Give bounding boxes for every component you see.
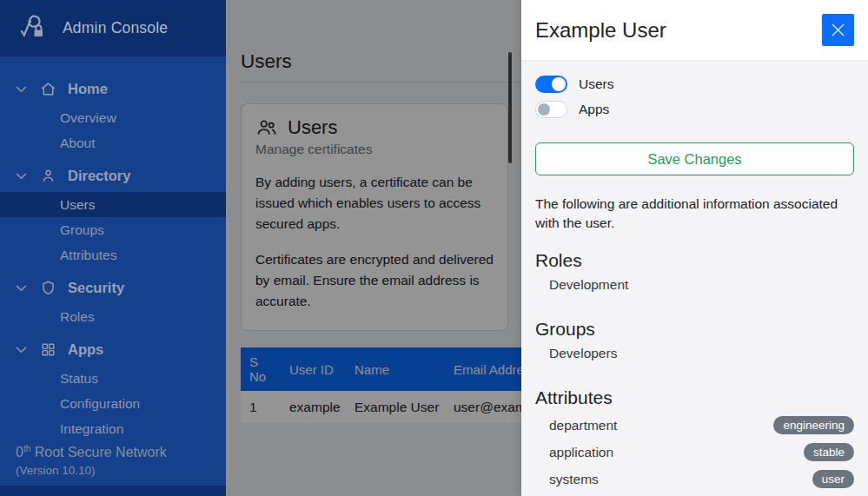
toggle-knob [538, 103, 550, 116]
grid-icon [40, 341, 56, 358]
roles-heading: Roles [535, 250, 854, 271]
attribute-row: department engineering [535, 415, 854, 435]
sidebar-group-label: Security [68, 280, 124, 296]
version-label: (Version 10.10) [16, 464, 167, 477]
chevron-down-icon [14, 342, 29, 357]
sidebar-item-status[interactable]: Status [0, 366, 226, 391]
toggle-row-users: Users [535, 75, 854, 94]
toggle-knob [552, 77, 566, 91]
sidebar-group-home[interactable]: Home [0, 72, 226, 105]
chevron-down-icon [14, 82, 29, 96]
shield-icon [40, 280, 56, 296]
drawer-header: Example User [521, 0, 868, 61]
sidebar-item-overview[interactable]: Overview [0, 105, 226, 130]
sidebar-group-label: Apps [68, 341, 103, 358]
sidebar-item-roles[interactable]: Roles [0, 304, 226, 329]
chevron-down-icon [14, 281, 29, 295]
sidebar-group-directory[interactable]: Directory [0, 159, 226, 192]
attribute-row: systems user [535, 469, 854, 489]
sidebar-item-attributes[interactable]: Attributes [0, 242, 226, 268]
home-icon [40, 81, 56, 97]
attribute-badge: user [812, 470, 854, 488]
sidebar-nav: Home Overview About Directory Users Grou… [0, 56, 226, 441]
close-icon[interactable] [822, 14, 854, 46]
drawer-body: Users Apps Save Changes The following ar… [521, 61, 868, 496]
sidebar-group-label: Directory [68, 168, 130, 184]
toggle-label: Apps [579, 102, 609, 117]
sidebar-footer: 0th Root Secure Network (Version 10.10) [16, 444, 167, 477]
person-icon [40, 168, 56, 184]
toggle-label: Users [579, 76, 613, 92]
user-detail-drawer: Example User Users Apps Save Changes The… [521, 0, 868, 496]
app-title: Admin Console [63, 19, 168, 37]
apps-toggle[interactable] [535, 101, 567, 118]
drawer-description: The following are additional information… [535, 195, 854, 233]
attribute-badge: stable [804, 443, 854, 461]
save-changes-button[interactable]: Save Changes [535, 142, 854, 175]
attribute-row: application stable [535, 442, 854, 462]
role-item: Development [535, 277, 854, 293]
sidebar-item-users[interactable]: Users [0, 192, 226, 217]
attribute-key: department [549, 418, 617, 433]
sidebar-group-apps[interactable]: Apps [0, 333, 226, 366]
sidebar-item-about[interactable]: About [0, 130, 226, 155]
sidebar: Admin Console Home Overview About Direct… [0, 0, 226, 496]
sidebar-item-configuration[interactable]: Configuration [0, 391, 226, 416]
sidebar-bottom-strip [0, 486, 226, 496]
users-toggle[interactable] [535, 76, 567, 93]
logo-lock-icon [14, 10, 50, 47]
sidebar-item-integration[interactable]: Integration [0, 416, 226, 441]
groups-heading: Groups [535, 319, 854, 340]
drawer-title: Example User [535, 18, 666, 43]
sidebar-group-security[interactable]: Security [0, 271, 226, 304]
sidebar-header: Admin Console [0, 0, 226, 56]
modal-backdrop[interactable] [226, 0, 521, 496]
sidebar-group-label: Home [68, 81, 108, 97]
attribute-key: application [549, 445, 613, 460]
group-item: Developers [535, 346, 854, 361]
chevron-down-icon [14, 169, 29, 183]
attribute-key: systems [549, 472, 599, 487]
toggle-row-apps: Apps [535, 100, 854, 119]
sidebar-item-groups[interactable]: Groups [0, 217, 226, 242]
attributes-heading: Attributes [535, 387, 854, 408]
product-name: 0th Root Secure Network [16, 444, 167, 460]
attribute-badge: engineering [773, 416, 854, 434]
